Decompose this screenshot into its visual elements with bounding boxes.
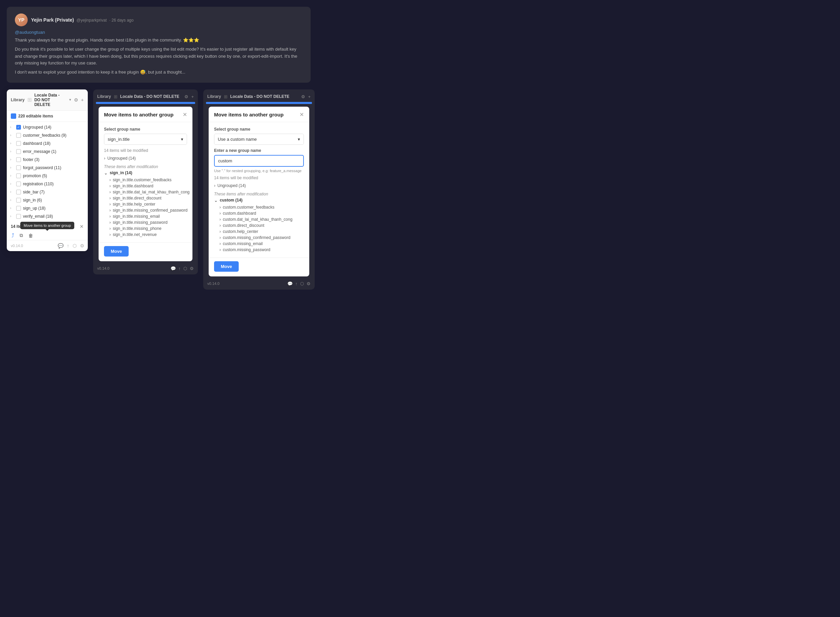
modal1-export-icon[interactable]: ↑ — [179, 266, 181, 271]
group-checkbox[interactable] — [16, 198, 21, 202]
comment-body: Thank you always for the great plugin. H… — [15, 37, 303, 76]
modal2-modified-count: 14 items will be modified — [214, 176, 304, 180]
item-chevron-icon: › — [220, 211, 221, 216]
list-item[interactable]: › sign_up (18) — [7, 204, 88, 212]
list-item[interactable]: › registration (110) — [7, 180, 88, 188]
modal1-chevron-right-icon: › — [104, 156, 105, 161]
chevron-right-icon: › — [10, 166, 14, 170]
modal2-filter-icon[interactable]: ⚙ — [301, 94, 305, 99]
modal1-progress-bar — [96, 102, 195, 104]
dropdown-chevron-icon[interactable]: ▾ — [69, 97, 71, 102]
modal2-group-select[interactable]: Use a custom name ▾ — [214, 134, 304, 145]
modal2-collection-title: Locale Data - DO NOT DELETE — [230, 94, 289, 99]
list-item[interactable]: › side_bar (7) — [7, 188, 88, 196]
list-item[interactable]: › Ungrouped (14) — [7, 123, 88, 131]
filter-icon[interactable]: ⚙ — [74, 97, 78, 103]
chevron-right-icon: › — [10, 182, 14, 186]
modal2-move-button[interactable]: Move — [214, 261, 239, 272]
list-item: ›sign_in.title.net_revenue — [109, 232, 187, 238]
group-checkbox[interactable] — [16, 157, 21, 162]
modal2-settings-icon[interactable]: ⚙ — [307, 281, 311, 286]
collection-name[interactable]: Locale Data - DO NOT DELETE — [34, 93, 66, 107]
modal1-group-select[interactable]: sign_in.title ▾ — [104, 134, 187, 145]
modal2-bottom-icons: 💬 ↑ ⬡ ⚙ — [287, 281, 311, 286]
panels-area: Library ⊞ Locale Data - DO NOT DELETE ▾ … — [7, 89, 833, 289]
delete-items-button[interactable]: 🗑 — [27, 232, 34, 240]
group-checkbox[interactable] — [16, 206, 21, 211]
group-label: customer_feedbacks (9) — [23, 133, 84, 138]
group-label: promotion (5) — [23, 174, 84, 178]
modal1-group-header: ⌄ sign_in (14) — [104, 170, 187, 176]
copy-items-button[interactable]: ⧉ — [18, 231, 24, 240]
list-item[interactable]: › sign_in (6) — [7, 196, 88, 204]
settings-icon[interactable]: ⚙ — [80, 243, 84, 248]
modal2-body: Select group name Use a custom name ▾ En… — [209, 122, 309, 258]
list-item[interactable]: › footer (3) — [7, 156, 88, 164]
modal1-body: Select group name sign_in.title ▾ 14 ite… — [99, 122, 192, 242]
group-label: side_bar (7) — [23, 190, 84, 195]
group-checkbox[interactable] — [16, 133, 21, 138]
item-chevron-icon: › — [109, 208, 111, 213]
modal2-library-tab[interactable]: Library — [207, 94, 221, 99]
library-tab[interactable]: Library — [11, 97, 25, 102]
group-checkbox[interactable] — [16, 182, 21, 186]
modal2-header-icons: ⚙ + — [301, 94, 311, 99]
modal1-sep: ⊞ — [114, 94, 118, 99]
modal1-add-icon[interactable]: + — [191, 94, 194, 99]
group-checkbox[interactable] — [16, 174, 21, 178]
chevron-right-icon: › — [10, 125, 14, 129]
group-checkbox[interactable] — [16, 190, 21, 195]
list-item[interactable]: › forgot_password (11) — [7, 164, 88, 172]
modal2-close-button[interactable]: ✕ — [300, 111, 304, 118]
modal1-move-button[interactable]: Move — [104, 246, 128, 257]
list-item: ›sign_in.title.missing_phone — [109, 226, 187, 232]
list-item: ›sign_in.title.customer_feedbacks — [109, 177, 187, 183]
export-icon[interactable]: ↑ — [67, 243, 69, 248]
modal1-cube-icon[interactable]: ⬡ — [183, 266, 187, 271]
list-item[interactable]: › promotion (5) — [7, 172, 88, 180]
modal2-add-icon[interactable]: + — [308, 94, 311, 99]
group-label: verify_email (18) — [23, 214, 84, 219]
comment-line-1: Thank you always for the great plugin. H… — [15, 37, 303, 44]
list-item: ›sign_in.title.missing_password — [109, 219, 187, 226]
add-icon[interactable]: + — [81, 97, 84, 103]
modal1-filter-icon[interactable]: ⚙ — [185, 94, 188, 99]
modal1-library-tab[interactable]: Library — [97, 94, 111, 99]
item-chevron-icon: › — [220, 247, 221, 252]
modal1-section-label: These items after modification — [104, 164, 187, 169]
group-checkbox[interactable] — [16, 165, 21, 170]
panel-header: Library ⊞ Locale Data - DO NOT DELETE ▾ … — [7, 89, 88, 111]
modal2-sep: ⊞ — [224, 94, 227, 99]
item-chevron-icon: › — [109, 220, 111, 225]
list-item[interactable]: › dashboard (18) — [7, 139, 88, 148]
comment-header: YP Yejin Park (Private) @yejinparkprivat… — [15, 13, 303, 26]
chevron-right-icon: › — [10, 158, 14, 161]
group-checkbox[interactable] — [16, 214, 21, 219]
cube-icon[interactable]: ⬡ — [72, 243, 77, 248]
list-item[interactable]: › error_message (1) — [7, 148, 88, 156]
modal1-select-value: sign_in.title — [108, 137, 130, 142]
close-selection-button[interactable]: ✕ — [80, 224, 84, 229]
modal-panel-1-backdrop: Library ⊞ Locale Data - DO NOT DELETE ⚙ … — [93, 89, 198, 275]
modal2-progress-bar — [206, 102, 312, 104]
move-items-button[interactable]: ⤴ — [10, 231, 16, 240]
item-chevron-icon: › — [220, 205, 221, 210]
modal2-export-icon[interactable]: ↑ — [295, 281, 298, 286]
modal1-close-button[interactable]: ✕ — [183, 111, 187, 118]
modal2-comment-icon[interactable]: 💬 — [287, 281, 293, 286]
group-list: › Ungrouped (14) › customer_feedbacks (9… — [7, 122, 88, 222]
modal2-select-chevron-icon: ▾ — [298, 137, 300, 142]
modal1-settings-icon[interactable]: ⚙ — [190, 266, 194, 271]
group-checkbox[interactable] — [16, 141, 21, 146]
comment-icon[interactable]: 💬 — [58, 243, 63, 248]
group-checkbox[interactable] — [16, 125, 21, 130]
custom-group-name-input[interactable] — [214, 155, 304, 167]
modal1-header-icons: ⚙ + — [185, 94, 194, 99]
modal2-section-label: These items after modification — [214, 192, 304, 196]
list-item[interactable]: › customer_feedbacks (9) — [7, 131, 88, 139]
list-item[interactable]: › verify_email (18) — [7, 212, 88, 220]
modal2-group-name: custom (14) — [220, 198, 242, 202]
group-checkbox[interactable] — [16, 149, 21, 154]
modal1-comment-icon[interactable]: 💬 — [170, 266, 176, 271]
modal2-cube-icon[interactable]: ⬡ — [300, 281, 304, 286]
